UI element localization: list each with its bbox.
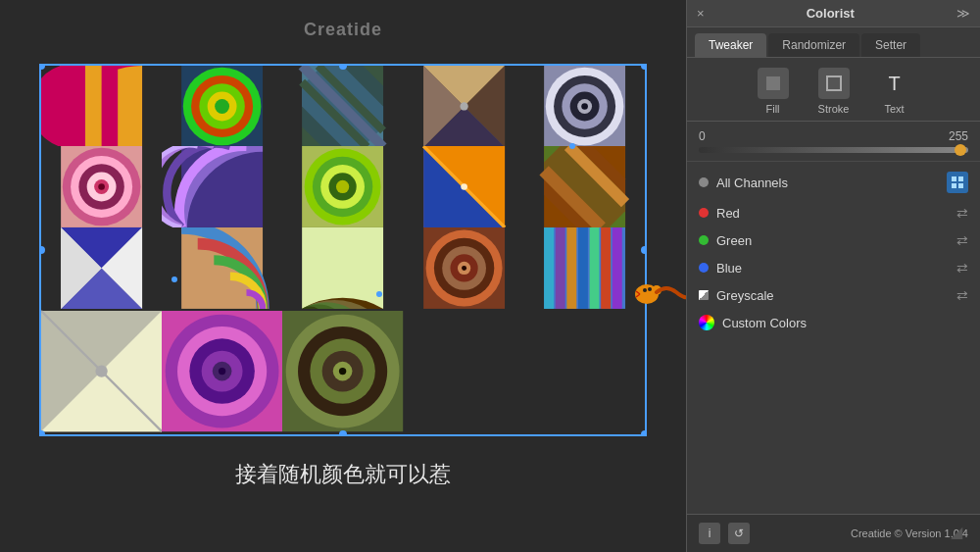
- text-label: Text: [884, 103, 904, 115]
- channel-dot-greyscale: [699, 290, 709, 300]
- footer-version: Creatide © Version 1.0.4: [758, 527, 968, 539]
- canvas-handle-bc[interactable]: [339, 430, 347, 436]
- canvas-handle-bl[interactable]: [39, 430, 45, 436]
- slider-track[interactable]: [699, 147, 968, 153]
- stroke-tool[interactable]: Stroke: [818, 68, 850, 115]
- channel-shuffle-red[interactable]: ⇄: [956, 205, 968, 221]
- channels-list: All Channels Red ⇄ Green ⇄: [687, 162, 980, 514]
- main-canvas-area: Creatide: [0, 0, 686, 552]
- channel-dot-red: [699, 208, 709, 218]
- channel-label-red: Red: [716, 206, 949, 221]
- canvas-handle-tr[interactable]: [641, 64, 647, 70]
- channel-green[interactable]: Green ⇄: [687, 226, 980, 254]
- slider-max: 255: [949, 129, 968, 143]
- footer-reset-button[interactable]: ↺: [728, 523, 750, 544]
- canvas-handle-mr[interactable]: [641, 246, 647, 254]
- channel-shuffle-green[interactable]: ⇄: [956, 232, 968, 248]
- resize-handle[interactable]: ◢: [951, 523, 970, 542]
- art-cell-16: [41, 309, 162, 433]
- slider-labels: 0 255: [699, 129, 968, 143]
- art-cell-3: [282, 66, 403, 147]
- tools-row: Fill Stroke T Text: [687, 58, 980, 122]
- channel-red[interactable]: Red ⇄: [687, 199, 980, 226]
- svg-rect-98: [958, 176, 963, 181]
- art-canvas: [39, 64, 647, 436]
- panel-expand-button[interactable]: ≫: [956, 6, 970, 21]
- channel-shuffle-blue[interactable]: ⇄: [956, 260, 968, 276]
- svg-rect-71: [612, 227, 622, 309]
- colorist-panel: × Colorist ≫ Tweaker Randomizer Setter F…: [686, 0, 980, 552]
- svg-rect-65: [544, 227, 554, 309]
- tab-setter[interactable]: Setter: [861, 33, 920, 57]
- canvas-handle-br[interactable]: [641, 430, 647, 436]
- svg-point-76: [95, 366, 107, 377]
- art-cell-7: [162, 146, 282, 227]
- svg-rect-95: [766, 76, 780, 90]
- text-tool[interactable]: T Text: [879, 68, 910, 115]
- channel-dot-blue: [699, 263, 709, 273]
- svg-point-6: [215, 98, 229, 113]
- channel-label-all: All Channels: [716, 176, 939, 190]
- text-icon: T: [879, 68, 910, 99]
- svg-rect-56: [303, 227, 384, 309]
- fill-tool[interactable]: Fill: [758, 68, 789, 115]
- art-cell-13: [282, 227, 403, 309]
- art-cell-5: [524, 66, 645, 147]
- svg-rect-100: [958, 183, 963, 188]
- svg-rect-70: [601, 227, 611, 309]
- tab-tweaker[interactable]: Tweaker: [695, 33, 766, 57]
- footer-info-button[interactable]: i: [699, 523, 720, 544]
- svg-point-93: [643, 288, 647, 292]
- channel-label-greyscale: Greyscale: [716, 288, 949, 303]
- panel-close-button[interactable]: ×: [697, 6, 705, 21]
- svg-point-94: [648, 287, 652, 291]
- svg-rect-69: [589, 227, 599, 309]
- art-cell-2: [162, 66, 282, 147]
- channel-icon-all[interactable]: [947, 172, 968, 193]
- channel-label-green: Green: [716, 233, 949, 248]
- channel-dot-custom: [699, 315, 714, 330]
- channel-shuffle-greyscale[interactable]: ⇄: [956, 287, 968, 303]
- fill-label: Fill: [765, 103, 779, 115]
- svg-rect-99: [952, 183, 956, 188]
- panel-footer: i ↺ Creatide © Version 1.0.4: [687, 514, 980, 552]
- channel-blue[interactable]: Blue ⇄: [687, 254, 980, 281]
- canvas-dot-inner-2: [376, 291, 382, 297]
- panel-title: Colorist: [807, 6, 855, 21]
- svg-point-44: [461, 184, 467, 191]
- svg-point-32: [98, 184, 105, 191]
- art-cell-10: [524, 146, 645, 227]
- svg-point-90: [339, 368, 346, 375]
- subtitle: 接着随机颜色就可以惹: [235, 460, 451, 489]
- svg-point-83: [219, 368, 225, 375]
- channel-label-blue: Blue: [716, 261, 949, 276]
- art-cell-18: [282, 309, 403, 433]
- art-cell-6: [41, 146, 162, 227]
- canvas-dot-inner-1: [172, 276, 177, 282]
- fill-icon: [758, 68, 789, 99]
- svg-rect-96: [827, 76, 841, 90]
- panel-header: × Colorist ≫: [687, 0, 980, 27]
- slider-thumb[interactable]: [955, 144, 966, 156]
- art-cell-4: [404, 66, 524, 147]
- channel-dot-all: [699, 177, 709, 187]
- channel-label-custom: Custom Colors: [722, 316, 968, 330]
- svg-point-25: [581, 103, 588, 110]
- art-cell-15: [524, 227, 645, 309]
- art-cell-8: [282, 146, 403, 227]
- channel-custom-colors[interactable]: Custom Colors: [687, 309, 980, 336]
- canvas-dot-inner-3: [569, 143, 575, 149]
- art-cell-11: [41, 227, 162, 309]
- svg-point-63: [462, 266, 466, 271]
- tab-randomizer[interactable]: Randomizer: [768, 33, 859, 57]
- watermark: Creatide: [304, 20, 382, 40]
- channel-all-channels[interactable]: All Channels: [687, 166, 980, 199]
- stroke-icon: [818, 68, 850, 99]
- slider-section: 0 255: [687, 122, 980, 162]
- svg-rect-67: [566, 227, 576, 309]
- panel-tabs: Tweaker Randomizer Setter: [687, 27, 980, 58]
- art-cell-17: [162, 309, 282, 433]
- svg-rect-68: [578, 227, 588, 309]
- art-cell-12: [162, 227, 282, 309]
- channel-greyscale[interactable]: Greyscale ⇄: [687, 281, 980, 309]
